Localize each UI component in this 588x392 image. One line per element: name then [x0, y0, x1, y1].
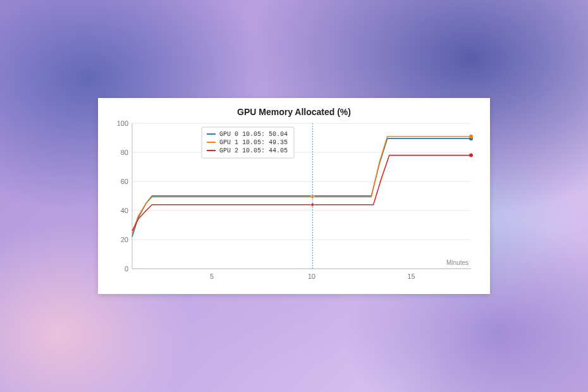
y-tick-label: 60	[121, 178, 128, 185]
y-tick-label: 40	[121, 207, 128, 214]
chart-card: GPU Memory Allocated (%) 020406080100510…	[98, 98, 490, 294]
chart-title: GPU Memory Allocated (%)	[111, 107, 477, 117]
chart-svg[interactable]: 02040608010051015MinutesGPU 0 10.05: 50.…	[111, 119, 477, 285]
x-tick-label: 10	[308, 273, 315, 280]
y-tick-label: 80	[121, 149, 128, 156]
legend-entry: GPU 1 10.05: 49.35	[219, 139, 288, 146]
series-cursor-dot	[311, 195, 314, 199]
y-tick-label: 0	[125, 265, 128, 273]
legend-entry: GPU 0 10.05: 50.04	[219, 131, 288, 138]
series-cursor-dot	[311, 203, 314, 206]
y-tick-label: 20	[121, 236, 128, 243]
x-tick-label: 5	[210, 273, 214, 280]
series-line	[132, 156, 471, 231]
chart-plot-area[interactable]: 02040608010051015MinutesGPU 0 10.05: 50.…	[111, 119, 477, 285]
series-end-dot	[469, 154, 473, 157]
series-end-dot	[469, 135, 473, 138]
x-axis-title: Minutes	[446, 259, 469, 266]
series-line	[132, 137, 471, 234]
legend-entry: GPU 2 10.05: 44.05	[219, 147, 288, 154]
y-tick-label: 100	[117, 119, 128, 127]
x-tick-label: 15	[407, 273, 415, 280]
series-line	[132, 138, 471, 236]
